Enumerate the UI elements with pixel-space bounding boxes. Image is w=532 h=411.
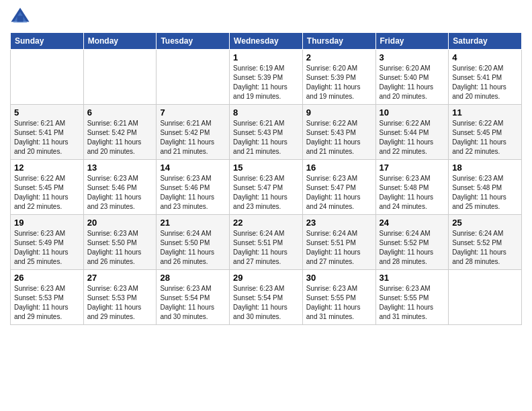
day-info: Sunrise: 6:23 AM Sunset: 5:46 PM Dayligh… — [87, 174, 153, 212]
day-info: Sunrise: 6:19 AM Sunset: 5:39 PM Dayligh… — [233, 64, 299, 101]
day-number: 30 — [306, 273, 372, 283]
calendar-cell: 13Sunrise: 6:23 AM Sunset: 5:46 PM Dayli… — [83, 160, 157, 215]
day-info: Sunrise: 6:21 AM Sunset: 5:41 PM Dayligh… — [14, 119, 80, 156]
day-number: 16 — [306, 163, 372, 173]
day-info: Sunrise: 6:23 AM Sunset: 5:55 PM Dayligh… — [306, 284, 372, 322]
calendar-cell: 15Sunrise: 6:23 AM Sunset: 5:47 PM Dayli… — [230, 160, 303, 215]
day-info: Sunrise: 6:23 AM Sunset: 5:48 PM Dayligh… — [452, 174, 518, 212]
calendar-cell: 6Sunrise: 6:21 AM Sunset: 5:42 PM Daylig… — [83, 105, 157, 160]
calendar-cell: 30Sunrise: 6:23 AM Sunset: 5:55 PM Dayli… — [302, 270, 375, 325]
weekday-cell: Monday — [83, 33, 157, 50]
calendar-body: 1Sunrise: 6:19 AM Sunset: 5:39 PM Daylig… — [11, 50, 522, 325]
day-number: 6 — [87, 107, 153, 118]
day-number: 25 — [452, 218, 518, 228]
calendar-cell: 8Sunrise: 6:21 AM Sunset: 5:43 PM Daylig… — [230, 105, 303, 160]
day-number: 11 — [452, 107, 518, 118]
calendar-cell: 20Sunrise: 6:23 AM Sunset: 5:50 PM Dayli… — [83, 215, 157, 270]
calendar-cell: 12Sunrise: 6:22 AM Sunset: 5:45 PM Dayli… — [11, 160, 84, 215]
calendar-cell: 24Sunrise: 6:24 AM Sunset: 5:52 PM Dayli… — [375, 215, 449, 270]
calendar-cell: 31Sunrise: 6:23 AM Sunset: 5:55 PM Dayli… — [375, 270, 449, 325]
calendar-cell — [83, 50, 157, 105]
calendar-cell: 14Sunrise: 6:23 AM Sunset: 5:46 PM Dayli… — [157, 160, 230, 215]
calendar-cell: 18Sunrise: 6:23 AM Sunset: 5:48 PM Dayli… — [449, 160, 522, 215]
day-info: Sunrise: 6:20 AM Sunset: 5:41 PM Dayligh… — [452, 64, 518, 101]
calendar-cell: 3Sunrise: 6:20 AM Sunset: 5:40 PM Daylig… — [375, 50, 449, 105]
day-info: Sunrise: 6:23 AM Sunset: 5:49 PM Dayligh… — [14, 229, 80, 267]
day-info: Sunrise: 6:23 AM Sunset: 5:48 PM Dayligh… — [380, 174, 445, 212]
day-number: 20 — [87, 218, 153, 228]
calendar-cell — [11, 50, 84, 105]
day-info: Sunrise: 6:22 AM Sunset: 5:44 PM Dayligh… — [380, 119, 445, 156]
day-number: 23 — [306, 218, 372, 228]
day-info: Sunrise: 6:22 AM Sunset: 5:45 PM Dayligh… — [14, 174, 80, 212]
day-number: 10 — [380, 107, 445, 118]
day-number: 1 — [233, 52, 299, 62]
page: SundayMondayTuesdayWednesdayThursdayFrid… — [0, 0, 532, 411]
day-number: 31 — [380, 273, 445, 283]
day-info: Sunrise: 6:23 AM Sunset: 5:53 PM Dayligh… — [87, 284, 153, 322]
day-info: Sunrise: 6:24 AM Sunset: 5:52 PM Dayligh… — [380, 229, 445, 267]
calendar-cell: 10Sunrise: 6:22 AM Sunset: 5:44 PM Dayli… — [375, 105, 449, 160]
day-number: 17 — [380, 163, 445, 173]
calendar-cell: 16Sunrise: 6:23 AM Sunset: 5:47 PM Dayli… — [302, 160, 375, 215]
weekday-cell: Thursday — [302, 33, 375, 50]
calendar-cell: 21Sunrise: 6:24 AM Sunset: 5:50 PM Dayli… — [157, 215, 230, 270]
day-number: 27 — [87, 273, 153, 283]
day-info: Sunrise: 6:21 AM Sunset: 5:42 PM Dayligh… — [87, 119, 153, 156]
day-number: 22 — [233, 218, 299, 228]
day-number: 5 — [14, 107, 80, 118]
calendar-cell: 5Sunrise: 6:21 AM Sunset: 5:41 PM Daylig… — [11, 105, 84, 160]
day-number: 13 — [87, 163, 153, 173]
day-number: 4 — [452, 52, 518, 62]
day-info: Sunrise: 6:22 AM Sunset: 5:43 PM Dayligh… — [306, 119, 372, 156]
calendar-cell: 25Sunrise: 6:24 AM Sunset: 5:52 PM Dayli… — [449, 215, 522, 270]
day-number: 8 — [233, 107, 299, 118]
day-info: Sunrise: 6:24 AM Sunset: 5:51 PM Dayligh… — [306, 229, 372, 267]
day-info: Sunrise: 6:20 AM Sunset: 5:39 PM Dayligh… — [306, 64, 372, 101]
weekday-cell: Tuesday — [157, 33, 230, 50]
day-info: Sunrise: 6:21 AM Sunset: 5:42 PM Dayligh… — [160, 119, 226, 156]
day-number: 26 — [14, 273, 80, 283]
calendar-cell: 17Sunrise: 6:23 AM Sunset: 5:48 PM Dayli… — [375, 160, 449, 215]
calendar-week: 19Sunrise: 6:23 AM Sunset: 5:49 PM Dayli… — [11, 215, 522, 270]
weekday-cell: Saturday — [449, 33, 522, 50]
day-number: 14 — [160, 163, 226, 173]
calendar-cell: 29Sunrise: 6:23 AM Sunset: 5:54 PM Dayli… — [230, 270, 303, 325]
day-info: Sunrise: 6:23 AM Sunset: 5:47 PM Dayligh… — [306, 174, 372, 212]
day-number: 19 — [14, 218, 80, 228]
logo-icon — [10, 7, 30, 27]
day-info: Sunrise: 6:23 AM Sunset: 5:50 PM Dayligh… — [87, 229, 153, 267]
day-info: Sunrise: 6:23 AM Sunset: 5:53 PM Dayligh… — [14, 284, 80, 322]
calendar-week: 5Sunrise: 6:21 AM Sunset: 5:41 PM Daylig… — [11, 105, 522, 160]
calendar-cell: 28Sunrise: 6:23 AM Sunset: 5:54 PM Dayli… — [157, 270, 230, 325]
day-number: 15 — [233, 163, 299, 173]
day-info: Sunrise: 6:24 AM Sunset: 5:52 PM Dayligh… — [452, 229, 518, 267]
day-number: 7 — [160, 107, 226, 118]
day-info: Sunrise: 6:24 AM Sunset: 5:50 PM Dayligh… — [160, 229, 226, 267]
svg-rect-2 — [17, 16, 24, 22]
day-info: Sunrise: 6:24 AM Sunset: 5:51 PM Dayligh… — [233, 229, 299, 267]
header — [10, 7, 522, 27]
day-number: 21 — [160, 218, 226, 228]
weekday-cell: Sunday — [11, 33, 84, 50]
day-info: Sunrise: 6:21 AM Sunset: 5:43 PM Dayligh… — [233, 119, 299, 156]
day-number: 9 — [306, 107, 372, 118]
day-info: Sunrise: 6:20 AM Sunset: 5:40 PM Dayligh… — [380, 64, 445, 101]
day-number: 2 — [306, 52, 372, 62]
day-number: 28 — [160, 273, 226, 283]
calendar-cell: 26Sunrise: 6:23 AM Sunset: 5:53 PM Dayli… — [11, 270, 84, 325]
calendar-cell — [449, 270, 522, 325]
calendar-cell: 9Sunrise: 6:22 AM Sunset: 5:43 PM Daylig… — [302, 105, 375, 160]
calendar-week: 26Sunrise: 6:23 AM Sunset: 5:53 PM Dayli… — [11, 270, 522, 325]
day-info: Sunrise: 6:23 AM Sunset: 5:46 PM Dayligh… — [160, 174, 226, 212]
day-info: Sunrise: 6:23 AM Sunset: 5:55 PM Dayligh… — [380, 284, 445, 322]
calendar-cell: 27Sunrise: 6:23 AM Sunset: 5:53 PM Dayli… — [83, 270, 157, 325]
day-info: Sunrise: 6:23 AM Sunset: 5:47 PM Dayligh… — [233, 174, 299, 212]
day-info: Sunrise: 6:23 AM Sunset: 5:54 PM Dayligh… — [233, 284, 299, 322]
calendar-cell: 1Sunrise: 6:19 AM Sunset: 5:39 PM Daylig… — [230, 50, 303, 105]
calendar-header: SundayMondayTuesdayWednesdayThursdayFrid… — [11, 33, 522, 50]
day-number: 18 — [452, 163, 518, 173]
day-number: 3 — [380, 52, 445, 62]
calendar-cell: 22Sunrise: 6:24 AM Sunset: 5:51 PM Dayli… — [230, 215, 303, 270]
calendar: SundayMondayTuesdayWednesdayThursdayFrid… — [10, 32, 522, 325]
